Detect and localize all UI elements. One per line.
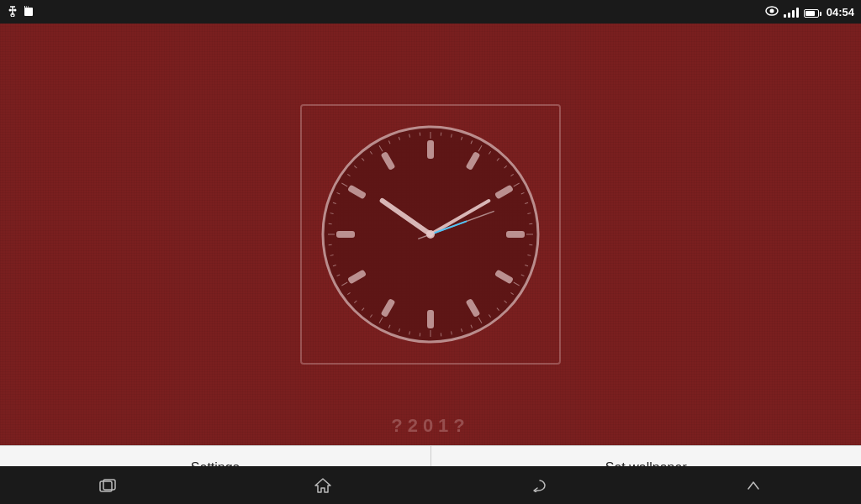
recent-apps-button[interactable] [91, 469, 124, 502]
svg-rect-11 [29, 5, 30, 8]
usb-icon [7, 5, 18, 19]
status-bar: 04:54 [0, 0, 861, 24]
status-time: 04:54 [827, 6, 854, 18]
nav-bar [0, 466, 861, 504]
battery-icon [804, 4, 821, 19]
svg-rect-9 [25, 5, 27, 8]
svg-rect-78 [506, 231, 525, 238]
svg-rect-84 [336, 231, 355, 238]
clock-widget [313, 117, 548, 352]
menu-button[interactable] [737, 469, 770, 502]
home-button[interactable] [306, 469, 340, 502]
signal-icon [784, 6, 799, 18]
date-text: ?201? [391, 415, 470, 437]
back-button[interactable] [521, 469, 555, 502]
svg-rect-10 [27, 5, 29, 8]
svg-point-13 [769, 8, 774, 13]
svg-rect-81 [427, 310, 434, 328]
sdcard-icon [24, 5, 34, 19]
eye-icon [765, 6, 779, 18]
status-right-icons: 04:54 [765, 4, 854, 19]
svg-rect-75 [427, 140, 434, 159]
wallpaper-preview: ?201? [0, 24, 861, 445]
status-left-icons [7, 5, 34, 19]
svg-point-91 [426, 230, 435, 239]
